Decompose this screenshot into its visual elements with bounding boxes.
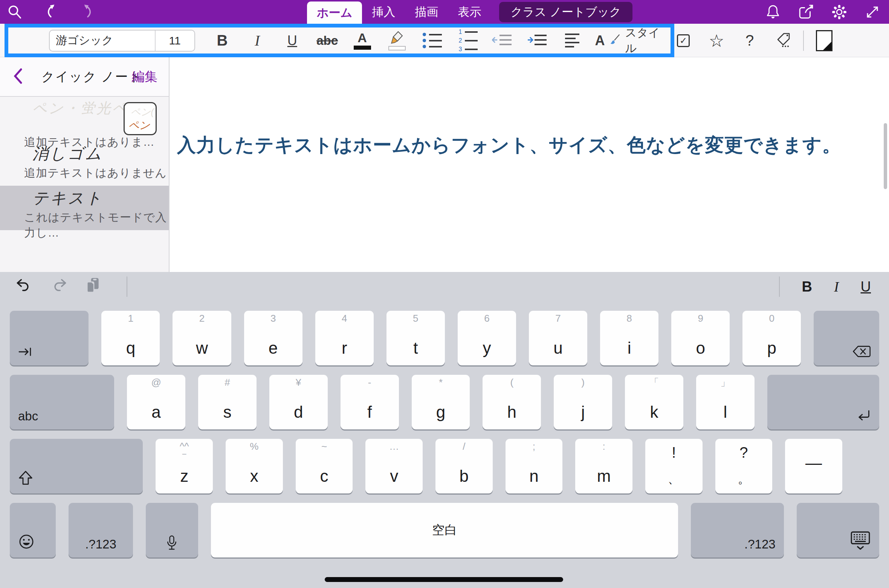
space-key[interactable]: 空白 (211, 503, 678, 557)
top-app-bar: ホーム 挿入 描画 表示 クラス ノートブック (0, 0, 889, 24)
key-n[interactable]: ;n (506, 439, 563, 493)
settings-icon[interactable] (831, 4, 848, 20)
abc-key[interactable]: abc (10, 375, 114, 429)
key-i[interactable]: 8i (600, 311, 658, 365)
home-indicator[interactable] (325, 577, 563, 582)
numbered-list-button[interactable]: 1 2 3 (450, 29, 485, 52)
key-main-label: — (785, 455, 842, 471)
key-sublabel: ^^− (156, 442, 213, 458)
key-p[interactable]: 0p (742, 311, 801, 365)
key-k[interactable]: 「k (625, 375, 683, 429)
key-q[interactable]: 1q (101, 311, 160, 365)
indent-button[interactable] (520, 32, 555, 49)
font-size-picker[interactable]: 11 (155, 31, 194, 51)
back-button[interactable] (13, 68, 23, 86)
key-s[interactable]: #s (198, 375, 257, 429)
tag-button[interactable] (766, 32, 799, 49)
numbers-key-right[interactable]: .?123 (691, 503, 784, 557)
highlighter-button[interactable] (380, 31, 415, 50)
key-e[interactable]: 3e (244, 311, 302, 365)
page-list-item[interactable]: ペン・蛍光ペン 追加テキストはありま… ペン( ペン (0, 97, 169, 141)
note-canvas[interactable]: 入力したテキストはホームからフォント、サイズ、色などを変更できます。 (170, 57, 889, 272)
canvas-scrollbar[interactable] (884, 123, 887, 189)
key-main-label: i (600, 340, 658, 356)
key-t[interactable]: 5t (386, 311, 445, 365)
key-m[interactable]: :m (575, 439, 632, 493)
return-key[interactable] (767, 375, 879, 429)
key-x[interactable]: %x (226, 439, 283, 493)
numbers-key-left[interactable]: .?123 (69, 503, 133, 557)
keyboard-dismiss-icon (850, 531, 871, 551)
important-tag-button[interactable]: ☆ (700, 31, 733, 51)
outdent-button[interactable] (485, 32, 520, 49)
expand-icon[interactable] (864, 4, 881, 20)
italic-button[interactable]: I (240, 32, 275, 49)
strikethrough-button[interactable]: abc (310, 34, 345, 48)
dash-key[interactable]: — (785, 439, 842, 493)
key-f[interactable]: -f (341, 375, 399, 429)
alignment-button[interactable] (555, 34, 590, 47)
tab-insert[interactable]: 挿入 (362, 0, 405, 24)
key-z[interactable]: ^^−z (156, 439, 213, 493)
underline-button[interactable]: U (275, 33, 310, 49)
styles-button[interactable]: A スタイル (595, 25, 670, 56)
todo-tag-button[interactable]: ✓ (667, 34, 700, 47)
bulleted-list-button[interactable] (415, 33, 450, 48)
key-sublabel: 1 (101, 314, 160, 323)
edit-button[interactable]: 編集 (132, 68, 157, 86)
numbered-list-icon: 1 2 3 (457, 29, 478, 52)
question-icon: ? (745, 32, 754, 49)
bold-button[interactable]: B (205, 32, 240, 49)
undo-icon[interactable] (43, 4, 60, 20)
dismiss-keyboard-key[interactable] (797, 503, 879, 557)
bold-button[interactable]: B (802, 279, 812, 295)
tab-class-notebook[interactable]: クラス ノートブック (499, 2, 632, 22)
font-name-picker[interactable]: 游ゴシック (50, 33, 155, 48)
redo-icon[interactable] (50, 278, 67, 295)
underline-button[interactable]: U (861, 279, 871, 295)
page-title-handwritten: テキスト (24, 189, 169, 207)
key-r[interactable]: 4r (315, 311, 374, 365)
key-d[interactable]: ¥d (269, 375, 328, 429)
key-b[interactable]: /b (435, 439, 493, 493)
key-u[interactable]: 7u (529, 311, 587, 365)
font-color-button[interactable]: A (345, 31, 380, 50)
undo-icon[interactable] (16, 278, 32, 295)
dictation-key[interactable] (146, 503, 199, 557)
paste-icon[interactable] (85, 277, 100, 296)
redo-icon[interactable] (79, 4, 96, 20)
key-g[interactable]: *g (412, 375, 470, 429)
key-j[interactable]: )j (554, 375, 612, 429)
key-h[interactable]: (h (483, 375, 541, 429)
key-l[interactable]: 」l (696, 375, 755, 429)
page-panel-button[interactable] (808, 30, 841, 51)
share-icon[interactable] (798, 4, 814, 20)
exclamation-key[interactable]: !、 (645, 439, 703, 493)
emoji-key[interactable] (10, 503, 56, 557)
page-list-item-selected[interactable]: テキスト これはテキストモードで入力し… (0, 186, 169, 230)
note-text[interactable]: 入力したテキストはホームからフォント、サイズ、色などを変更できます。 (177, 133, 841, 158)
tab-draw[interactable]: 描画 (405, 0, 448, 24)
bell-icon[interactable] (765, 4, 781, 20)
key-a[interactable]: @a (127, 375, 185, 429)
key-main-label: w (173, 340, 231, 356)
tab-home[interactable]: ホーム (307, 2, 362, 24)
key-c[interactable]: ~c (296, 439, 353, 493)
tab-view[interactable]: 表示 (448, 0, 491, 24)
key-main-label: r (315, 340, 374, 356)
tab-key[interactable] (10, 311, 89, 365)
search-icon[interactable] (7, 4, 23, 20)
page-list-item[interactable]: 消しゴム 追加テキストはありません (0, 141, 169, 186)
key-w[interactable]: 2w (173, 311, 231, 365)
key-v[interactable]: …v (365, 439, 423, 493)
backspace-key[interactable] (814, 311, 879, 365)
font-color-swatch (354, 46, 371, 50)
key-main-label: h (483, 404, 541, 420)
key-o[interactable]: 9o (671, 311, 730, 365)
page-corner-icon (816, 30, 832, 51)
italic-button[interactable]: I (834, 278, 839, 295)
question-tag-button[interactable]: ? (733, 32, 766, 49)
shift-key[interactable] (10, 439, 143, 493)
key-y[interactable]: 6y (458, 311, 516, 365)
question-key[interactable]: ?。 (715, 439, 773, 493)
